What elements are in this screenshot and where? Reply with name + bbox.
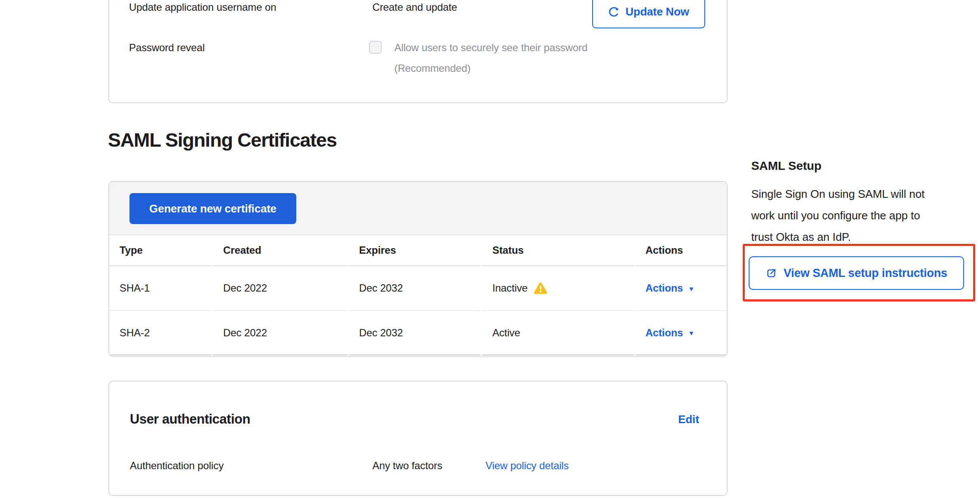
warning-icon	[533, 282, 548, 295]
actions-dropdown[interactable]: Actions ▼	[645, 282, 694, 294]
status-text: Inactive	[492, 282, 528, 294]
cert-expires: Dec 2032	[349, 266, 481, 311]
user-auth-title: User authentication	[130, 412, 250, 427]
section-title: SAML Signing Certificates	[108, 129, 337, 151]
username-row-value: Create and update	[372, 1, 457, 13]
cert-status: Active	[482, 311, 634, 356]
username-row-label: Update application username on	[129, 1, 276, 13]
generate-certificate-button[interactable]: Generate new certificate	[129, 193, 296, 224]
column-header-type: Type	[109, 235, 212, 266]
external-link-icon	[765, 267, 777, 279]
saml-setup-description-line: work until you configure the app to	[751, 205, 925, 226]
cert-actions: Actions ▼	[635, 266, 727, 311]
edit-link[interactable]: Edit	[678, 413, 699, 426]
table-row: SHA-1 Dec 2022 Dec 2032 Inactive	[109, 266, 727, 311]
cert-type: SHA-2	[109, 311, 212, 356]
auth-policy-value: Any two factors	[372, 460, 442, 472]
caret-down-icon: ▼	[688, 329, 694, 337]
sign-on-settings-card: Update application username on Create an…	[108, 0, 728, 103]
saml-certificates-card: Generate new certificate Type Created Ex…	[108, 181, 728, 356]
actions-dropdown[interactable]: Actions ▼	[645, 327, 694, 339]
column-header-status: Status	[482, 235, 634, 266]
column-header-expires: Expires	[349, 235, 481, 266]
cert-status: Inactive	[482, 266, 634, 311]
auth-policy-label: Authentication policy	[130, 460, 224, 472]
actions-label: Actions	[645, 327, 683, 339]
cert-expires: Dec 2032	[349, 311, 481, 356]
actions-label: Actions	[645, 282, 683, 294]
saml-setup-description-line: trust Okta as an IdP.	[751, 226, 925, 248]
certificates-table: Type Created Expires Status Actions SHA-…	[109, 235, 727, 356]
password-reveal-desc-line2: (Recommended)	[394, 62, 470, 74]
password-reveal-checkbox[interactable]	[369, 41, 382, 54]
view-saml-setup-instructions-label: View SAML setup instructions	[783, 267, 947, 280]
status-text: Active	[492, 327, 520, 339]
refresh-icon	[608, 6, 620, 18]
saml-setup-description: Single Sign On using SAML will not work …	[751, 183, 925, 248]
table-row: SHA-2 Dec 2022 Dec 2032 Active Actions ▼	[109, 311, 727, 356]
saml-setup-description-line: Single Sign On using SAML will not	[751, 183, 925, 205]
cert-actions: Actions ▼	[635, 311, 727, 356]
cert-created: Dec 2022	[213, 266, 347, 311]
certificates-toolbar: Generate new certificate	[109, 182, 727, 235]
saml-setup-title: SAML Setup	[751, 159, 821, 173]
view-saml-setup-instructions-button[interactable]: View SAML setup instructions	[749, 256, 964, 290]
caret-down-icon: ▼	[688, 285, 694, 292]
password-reveal-desc-line1: Allow users to securely see their passwo…	[394, 42, 587, 54]
password-reveal-label: Password reveal	[129, 42, 205, 54]
cert-created: Dec 2022	[213, 311, 347, 356]
update-now-label: Update Now	[625, 5, 689, 18]
table-header-row: Type Created Expires Status Actions	[109, 235, 727, 266]
column-header-actions: Actions	[635, 235, 727, 266]
view-policy-details-link[interactable]: View policy details	[485, 460, 569, 472]
column-header-created: Created	[213, 235, 347, 266]
user-authentication-card: User authentication Edit Authentication …	[108, 381, 728, 496]
update-now-button[interactable]: Update Now	[592, 0, 705, 28]
cert-type: SHA-1	[109, 266, 212, 311]
app-sign-on-settings-page: Update application username on Create an…	[0, 0, 980, 498]
